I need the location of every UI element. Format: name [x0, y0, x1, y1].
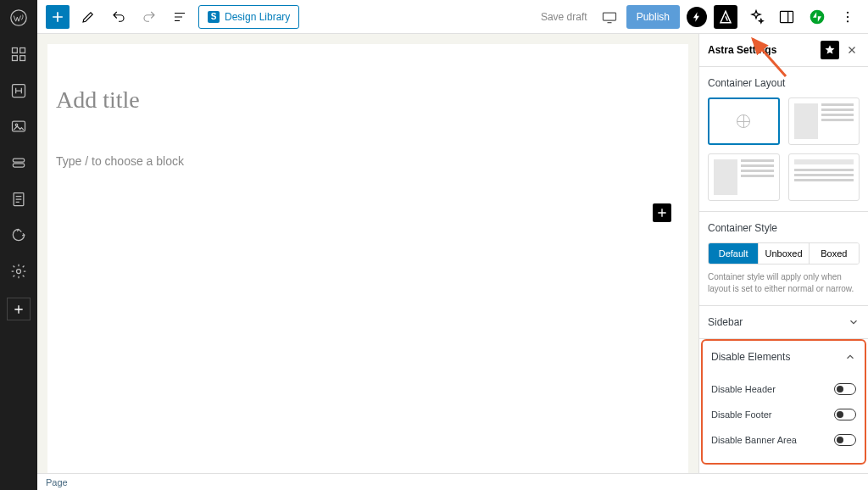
container-style-section: Container Style Default Unboxed Boxed Co…: [699, 212, 868, 306]
svg-rect-9: [13, 164, 24, 167]
design-library-button[interactable]: S Design Library: [198, 5, 299, 29]
container-style-label: Container Style: [708, 222, 860, 234]
editor-canvas-wrap: Add title Type / to choose a block: [37, 34, 698, 490]
settings-title: Astra Settings: [708, 44, 821, 56]
layout-option-normal[interactable]: [788, 97, 860, 145]
dashboard-icon[interactable]: [8, 45, 29, 64]
svg-rect-2: [20, 48, 25, 53]
disable-header-row: Disable Header: [711, 376, 856, 402]
astra-settings-panel: Astra Settings Container Layout: [698, 34, 868, 490]
cursor-icon[interactable]: [8, 226, 29, 245]
container-style-help: Container style will apply only when lay…: [708, 271, 860, 295]
layout-option-narrow[interactable]: [708, 153, 780, 201]
layout-option-default[interactable]: [708, 97, 780, 145]
svg-point-17: [847, 20, 849, 22]
style-default-button[interactable]: Default: [709, 243, 759, 264]
close-panel-button[interactable]: [844, 42, 860, 58]
settings-header: Astra Settings: [699, 34, 868, 67]
container-layout-section: Container Layout: [699, 67, 868, 212]
style-boxed-button[interactable]: Boxed: [810, 243, 859, 264]
svg-rect-3: [13, 56, 18, 61]
publish-button[interactable]: Publish: [626, 5, 680, 29]
add-block-rail-button[interactable]: [7, 298, 31, 320]
settings-gear-icon[interactable]: [8, 262, 29, 281]
inline-inserter-button[interactable]: [653, 203, 671, 222]
ai-sparkle-icon[interactable]: [744, 5, 768, 29]
save-draft-button[interactable]: Save draft: [541, 11, 587, 23]
settings-panel-icon[interactable]: [775, 5, 798, 29]
astra-settings-icon[interactable]: [714, 5, 737, 29]
disable-header-toggle[interactable]: [834, 383, 856, 395]
disable-banner-row: Disable Banner Area: [711, 427, 856, 453]
buttons-icon[interactable]: [8, 153, 29, 173]
svg-rect-13: [781, 11, 793, 22]
container-style-segmented: Default Unboxed Boxed: [708, 242, 860, 264]
layout-option-full[interactable]: [788, 153, 860, 201]
svg-point-14: [810, 9, 825, 24]
disable-elements-highlight: Disable Elements Disable Header D: [701, 339, 866, 465]
jetpack-icon[interactable]: [805, 5, 829, 29]
svg-rect-1: [13, 48, 18, 53]
svg-point-15: [847, 11, 849, 13]
svg-point-16: [847, 15, 849, 17]
disable-banner-toggle[interactable]: [834, 434, 856, 446]
sidebar-accordion: Sidebar: [699, 306, 868, 339]
editor-canvas[interactable]: Add title Type / to choose a block: [47, 44, 688, 480]
disable-footer-row: Disable Footer: [711, 402, 856, 427]
preview-button[interactable]: [599, 7, 620, 27]
design-library-label: Design Library: [225, 11, 290, 23]
wordpress-logo-icon[interactable]: [8, 8, 29, 28]
heading-icon[interactable]: [8, 81, 29, 100]
svg-rect-8: [13, 159, 24, 162]
disable-footer-toggle[interactable]: [834, 409, 856, 420]
rankmath-icon[interactable]: [687, 7, 707, 27]
post-title-input[interactable]: Add title: [56, 86, 680, 114]
breadcrumb[interactable]: Page: [46, 477, 68, 487]
svg-point-11: [17, 270, 21, 274]
edit-tool-button[interactable]: [76, 5, 100, 29]
style-unboxed-button[interactable]: Unboxed: [759, 243, 809, 264]
editor-footer: Page: [37, 473, 868, 490]
editor-toolbar: S Design Library Save draft Publish: [37, 0, 868, 34]
redo-button[interactable]: [137, 5, 161, 29]
more-options-icon[interactable]: [836, 5, 860, 29]
container-layout-label: Container Layout: [708, 77, 860, 89]
image-icon[interactable]: [8, 117, 29, 136]
page-icon[interactable]: [8, 189, 29, 209]
admin-sidebar: [0, 0, 37, 490]
svg-point-0: [11, 10, 26, 25]
toggle-inserter-button[interactable]: [46, 5, 70, 29]
svg-rect-4: [20, 56, 25, 61]
disable-elements-header[interactable]: Disable Elements: [703, 341, 865, 373]
disable-elements-accordion: Disable Elements Disable Header D: [703, 341, 865, 463]
svg-rect-12: [603, 13, 615, 20]
design-library-icon: S: [208, 11, 220, 23]
sidebar-accordion-header[interactable]: Sidebar: [699, 306, 868, 338]
undo-button[interactable]: [107, 5, 131, 29]
block-placeholder[interactable]: Type / to choose a block: [56, 154, 680, 168]
chevron-down-icon: [848, 316, 860, 328]
chevron-up-icon: [844, 351, 856, 363]
document-overview-button[interactable]: [168, 5, 192, 29]
favorite-button[interactable]: [821, 41, 839, 59]
